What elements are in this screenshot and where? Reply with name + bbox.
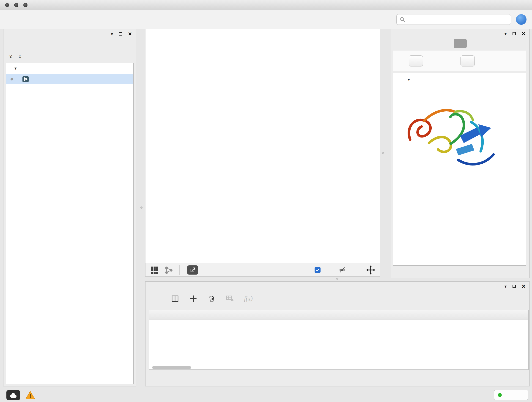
delete-table-icon-disabled: [226, 294, 234, 303]
zoom-window-button[interactable]: [23, 3, 27, 7]
panel-close-icon[interactable]: ×: [522, 31, 525, 37]
horizontal-scrollbar-thumb[interactable]: [152, 366, 191, 369]
close-window-button[interactable]: [5, 3, 9, 7]
vertical-splitter-handle[interactable]: [140, 206, 143, 209]
search-icon: [399, 17, 405, 22]
network-row-selected[interactable]: [6, 74, 133, 84]
panel-float-icon[interactable]: [119, 32, 122, 36]
collapse-all-button[interactable]: [461, 56, 475, 66]
protein-structure-image: [401, 99, 500, 182]
delete-column-trash-icon[interactable]: [207, 294, 216, 303]
network-options-gear-icon[interactable]: [124, 53, 131, 60]
section-collapse-arrow-icon[interactable]: ▼: [407, 77, 411, 82]
table-header-row: [149, 310, 529, 319]
warning-icon: [25, 390, 35, 400]
panel-collapse-icon[interactable]: ▾: [505, 32, 507, 36]
minimize-window-button[interactable]: [14, 3, 18, 7]
node-table: [149, 310, 529, 370]
panel-collapse-icon[interactable]: ▾: [111, 32, 113, 36]
panel-close-icon[interactable]: ×: [128, 31, 132, 37]
collapse-all-chevron-icon[interactable]: »: [8, 55, 14, 58]
overview-grid-icon[interactable]: [151, 266, 159, 274]
string-app-icon: [22, 76, 29, 82]
share-network-icon[interactable]: [165, 266, 173, 274]
open-in-new-icon: [190, 267, 196, 273]
current-network-bullet-icon: [11, 78, 13, 80]
cloud-button[interactable]: [6, 390, 20, 400]
title-bar: [0, 0, 532, 10]
panel-float-icon[interactable]: [513, 32, 516, 35]
network-collection-row[interactable]: ▼: [6, 63, 133, 74]
hidden-eye-slash-icon[interactable]: [338, 266, 346, 274]
expand-all-button[interactable]: [409, 56, 423, 66]
app-window: ▾ × » » ▼: [0, 0, 532, 402]
control-panel-header: ▾ ×: [3, 29, 136, 39]
network-view-toolbar: [145, 263, 380, 277]
horizontal-scrollbar-track[interactable]: [150, 366, 527, 369]
main-toolbar: [0, 10, 532, 29]
cloud-icon: [8, 391, 18, 399]
open-in-new-window-button[interactable]: [187, 265, 198, 274]
panel-collapse-icon[interactable]: ▾: [505, 284, 507, 288]
gene-result-section: ▼: [393, 73, 526, 266]
expand-all-chevron-icon[interactable]: »: [17, 55, 23, 58]
horizontal-splitter-handle[interactable]: [336, 278, 338, 280]
network-selection-status-row: » »: [3, 51, 136, 62]
tree-expand-arrow-icon[interactable]: ▼: [14, 66, 17, 70]
network-tree: ▼: [6, 63, 133, 384]
control-panel: ▾ × » » ▼: [3, 29, 136, 386]
table-panel-header: ▾ ×: [146, 282, 530, 291]
help-button[interactable]: [516, 14, 526, 25]
network-view-canvas[interactable]: [145, 29, 380, 263]
add-column-icon[interactable]: [189, 294, 198, 303]
fit-crosshair-icon[interactable]: [366, 265, 375, 275]
vertical-splitter-handle[interactable]: [382, 152, 384, 154]
table-settings-gear-icon[interactable]: [152, 294, 161, 303]
table-toolbar: f(x): [152, 292, 253, 306]
panel-float-icon[interactable]: [513, 285, 516, 288]
network-graph: [146, 29, 380, 263]
results-panel: ▾ × ▼: [391, 29, 530, 278]
memory-button[interactable]: [494, 390, 528, 400]
show-columns-icon[interactable]: [171, 294, 179, 303]
table-panel: ▾ × f(x): [145, 281, 530, 386]
function-builder-icon-disabled: f(x): [244, 294, 253, 303]
memory-status-dot-icon: [498, 393, 502, 397]
search-box[interactable]: [396, 14, 511, 25]
tab-string[interactable]: [454, 39, 467, 48]
toolbar-separator: [179, 265, 180, 275]
results-actions-box: [393, 50, 526, 71]
warning-button[interactable]: [25, 390, 36, 400]
panel-close-icon[interactable]: ×: [522, 283, 525, 289]
traffic-lights: [5, 3, 27, 7]
selected-checkbox-icon[interactable]: [315, 267, 321, 273]
search-input[interactable]: [405, 17, 508, 22]
results-panel-header: ▾ ×: [391, 29, 530, 38]
